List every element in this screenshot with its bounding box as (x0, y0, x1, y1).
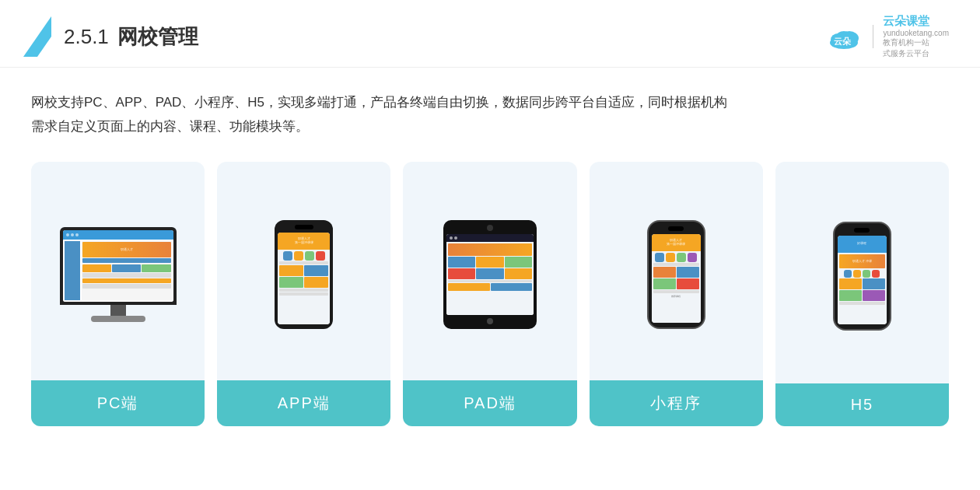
card-pad-label: PAD端 (403, 380, 576, 426)
card-h5-label: H5 (775, 383, 949, 426)
phone-miniapp: 职通人才第一届冲课课 (647, 220, 705, 329)
svg-text:云朵: 云朵 (834, 37, 852, 46)
brand-text: 云朵课堂 yunduoketang.com 教育机构一站 式服务云平台 (883, 14, 949, 59)
logo-icon (23, 16, 51, 57)
miniapp-image-area: 职通人才第一届冲课课 (590, 162, 763, 380)
card-app: 职通人才第一届冲课课 (217, 162, 390, 426)
card-pc-label: PC端 (31, 380, 205, 426)
card-app-label: APP端 (217, 380, 390, 426)
page-header: 2.5.1 网校管理 云朵 云朵课堂 yunduoketang.com 教育机构… (0, 0, 980, 68)
card-miniapp-label: 小程序 (590, 380, 763, 426)
app-image-area: 职通人才第一届冲课课 (217, 162, 390, 380)
h5-image-area: 好课程 职通人才 冲课 (775, 162, 949, 383)
device-cards: 职通人才 (0, 154, 980, 442)
pc-monitor: 职通人才 (60, 227, 177, 322)
pad-device (443, 220, 537, 329)
page-title: 2.5.1 网校管理 (64, 23, 198, 51)
brand-logo: 云朵 云朵课堂 yunduoketang.com 教育机构一站 式服务云平台 (824, 14, 949, 59)
phone-h5: 好课程 职通人才 冲课 (833, 222, 891, 331)
pc-image-area: 职通人才 (31, 162, 205, 380)
brand-divider (873, 25, 873, 48)
header-left: 2.5.1 网校管理 (23, 16, 198, 57)
description-text: 网校支持PC、APP、PAD、小程序、H5，实现多端打通，产品各终端自由切换，数… (0, 68, 980, 154)
pad-image-area (403, 162, 576, 380)
card-pad: PAD端 (403, 162, 576, 426)
card-h5: 好课程 职通人才 冲课 (775, 162, 949, 426)
card-pc: 职通人才 (31, 162, 205, 426)
card-miniapp: 职通人才第一届冲课课 (590, 162, 763, 426)
phone-app: 职通人才第一届冲课课 (275, 220, 333, 329)
cloud-icon: 云朵 (824, 21, 863, 52)
